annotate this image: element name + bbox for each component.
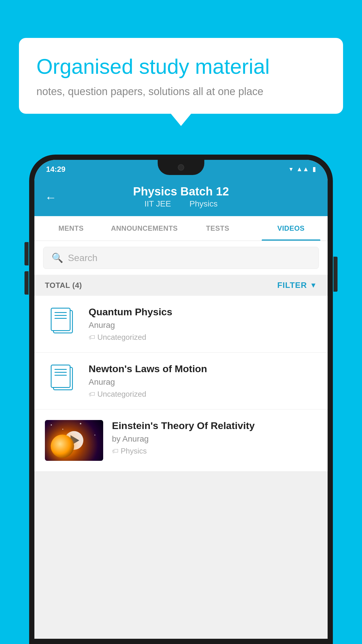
header-subtitle-iitjee: IIT JEE — [144, 199, 171, 208]
bubble-subtitle: notes, question papers, solutions all at… — [36, 85, 326, 98]
file-icon-front — [51, 308, 71, 331]
video-author: Anurag — [89, 321, 317, 330]
volume-down-button[interactable] — [24, 271, 29, 295]
list-item[interactable]: Einstein's Theory Of Relativity by Anura… — [34, 410, 328, 472]
video-info-quantum: Quantum Physics Anurag 🏷 Uncategorized — [89, 306, 317, 342]
tab-tests[interactable]: TESTS — [181, 216, 254, 241]
file-thumbnail-newton — [45, 363, 80, 392]
video-info-newton: Newton's Laws of Motion Anurag 🏷 Uncateg… — [89, 363, 317, 399]
volume-up-button[interactable] — [24, 242, 29, 265]
power-button[interactable] — [333, 257, 338, 292]
filter-icon: ▼ — [310, 281, 317, 289]
signal-icon: ▲▲ — [296, 165, 309, 173]
video-title: Einstein's Theory Of Relativity — [112, 420, 317, 431]
status-icons: ▾ ▲▲ ▮ — [289, 165, 316, 173]
video-title: Newton's Laws of Motion — [89, 363, 317, 374]
video-title: Quantum Physics — [89, 306, 317, 318]
video-tag: 🏷 Uncategorized — [89, 390, 317, 399]
tab-ments[interactable]: MENTS — [34, 216, 108, 241]
bubble-title: Organised study material — [36, 54, 326, 79]
tab-announcements[interactable]: ANNOUNCEMENTS — [108, 216, 181, 241]
tab-videos[interactable]: VIDEOS — [254, 216, 328, 241]
header-subtitle-physics: Physics — [189, 199, 217, 208]
filter-button[interactable]: FILTER ▼ — [277, 281, 317, 290]
search-placeholder: Search — [68, 253, 97, 263]
filter-label: FILTER — [277, 281, 307, 290]
file-icon-front — [51, 365, 71, 388]
header-subtitle-sep — [179, 199, 184, 208]
filter-bar: TOTAL (4) FILTER ▼ — [34, 275, 328, 296]
video-tag: 🏷 Uncategorized — [89, 333, 317, 342]
header-title: Physics Batch 12 — [133, 185, 229, 198]
search-box[interactable]: 🔍 Search — [43, 247, 319, 269]
speech-bubble-wrapper: Organised study material notes, question… — [19, 38, 343, 114]
file-icon — [51, 365, 74, 391]
camera-icon — [178, 164, 184, 171]
wifi-icon: ▾ — [289, 165, 293, 173]
tag-icon: 🏷 — [89, 391, 95, 398]
tag-icon: 🏷 — [112, 447, 118, 455]
tabs-bar: MENTS ANNOUNCEMENTS TESTS VIDEOS — [34, 216, 328, 241]
header-subtitle: IIT JEE Physics — [141, 199, 220, 209]
status-bar: 14:29 ▾ ▲▲ ▮ — [34, 160, 328, 178]
total-count: TOTAL (4) — [45, 281, 82, 290]
file-icon — [51, 308, 74, 334]
tag-label: Uncategorized — [97, 390, 146, 399]
video-author: Anurag — [89, 377, 317, 387]
phone-outer: 14:29 ▾ ▲▲ ▮ ← Physics Batch 12 IIT JEE … — [29, 155, 333, 644]
video-tag: 🏷 Physics — [112, 447, 317, 456]
status-time: 14:29 — [46, 165, 66, 174]
list-item[interactable]: Newton's Laws of Motion Anurag 🏷 Uncateg… — [34, 353, 328, 410]
app-header: ← Physics Batch 12 IIT JEE Physics — [34, 178, 328, 216]
back-button[interactable]: ← — [45, 191, 57, 204]
search-container: 🔍 Search — [34, 241, 328, 275]
notch — [158, 160, 204, 175]
speech-bubble: Organised study material notes, question… — [19, 38, 343, 114]
file-thumbnail-quantum — [45, 306, 80, 335]
tag-label: Uncategorized — [97, 333, 146, 342]
tag-icon: 🏷 — [89, 334, 95, 341]
list-item[interactable]: Quantum Physics Anurag 🏷 Uncategorized — [34, 296, 328, 353]
video-list: Quantum Physics Anurag 🏷 Uncategorized — [34, 296, 328, 472]
video-info-einstein: Einstein's Theory Of Relativity by Anura… — [112, 420, 317, 456]
battery-icon: ▮ — [312, 165, 316, 173]
tag-label: Physics — [121, 447, 147, 456]
phone-container: 14:29 ▾ ▲▲ ▮ ← Physics Batch 12 IIT JEE … — [29, 155, 333, 644]
search-icon: 🔍 — [52, 252, 63, 263]
video-author: by Anurag — [112, 434, 317, 444]
phone-screen: 14:29 ▾ ▲▲ ▮ ← Physics Batch 12 IIT JEE … — [34, 160, 328, 639]
video-thumbnail-einstein — [45, 420, 103, 461]
